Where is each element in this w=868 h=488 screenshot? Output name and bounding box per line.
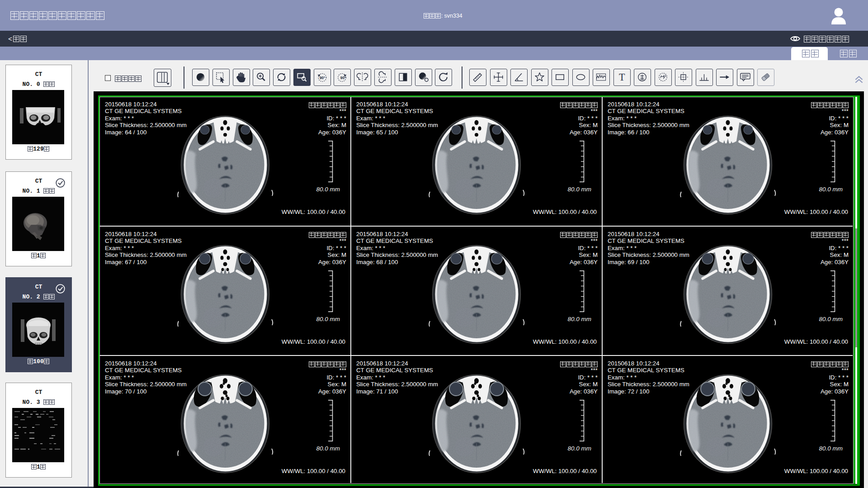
svg-text:90°: 90° [319, 76, 325, 80]
svg-text:90°: 90° [340, 76, 346, 80]
svg-text:T: T [619, 71, 625, 83]
